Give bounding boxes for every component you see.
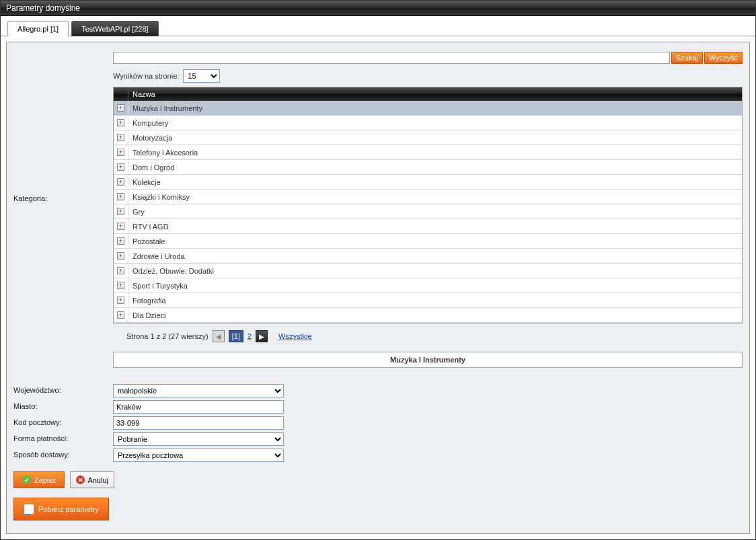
check-icon: ✓ bbox=[22, 475, 31, 484]
postcode-input[interactable] bbox=[113, 416, 284, 430]
cancel-icon: ✕ bbox=[76, 475, 85, 484]
expand-icon[interactable]: + bbox=[117, 178, 124, 186]
pager: Strona 1 z 2 (27 wierszy) ◀ [1] 2 ▶ Wszy… bbox=[113, 323, 743, 346]
pager-prev-button[interactable]: ◀ bbox=[213, 330, 225, 342]
city-input[interactable] bbox=[113, 400, 284, 414]
expand-icon[interactable]: + bbox=[117, 237, 124, 245]
tab-testwebapi[interactable]: TestWebAPI.pl [228] bbox=[71, 21, 158, 36]
category-name: Kolekcje bbox=[128, 178, 161, 186]
category-row-item[interactable]: +Motoryzacja bbox=[114, 130, 742, 145]
city-label: Miasto: bbox=[13, 400, 113, 410]
category-label: Kategoria: bbox=[13, 87, 113, 202]
expand-icon[interactable]: + bbox=[117, 119, 124, 126]
category-row-item[interactable]: +Telefony i Akcesoria bbox=[114, 145, 742, 160]
expand-icon[interactable]: + bbox=[117, 134, 124, 141]
category-grid: Nazwa +Muzyka i Instrumenty+Komputery+Mo… bbox=[113, 87, 743, 323]
category-row-item[interactable]: +RTV i AGD bbox=[114, 219, 742, 234]
tab-strip: Allegro.pl [1] TestWebAPI.pl [228] bbox=[1, 16, 755, 36]
expand-icon[interactable]: + bbox=[117, 311, 124, 319]
pager-page-1[interactable]: [1] bbox=[229, 330, 243, 342]
grid-header: Nazwa bbox=[114, 87, 742, 101]
pager-summary: Strona 1 z 2 (27 wierszy) bbox=[126, 332, 209, 340]
expand-icon[interactable]: + bbox=[117, 193, 124, 200]
document-icon bbox=[24, 504, 34, 514]
tab-allegro[interactable]: Allegro.pl [1] bbox=[7, 21, 69, 36]
category-name: Dla Dzieci bbox=[128, 311, 166, 319]
pager-all-link[interactable]: Wszystkie bbox=[278, 332, 312, 340]
expand-icon[interactable]: + bbox=[117, 297, 124, 304]
category-row-item[interactable]: +Gry bbox=[114, 204, 742, 219]
clear-button[interactable]: Wyczyść bbox=[704, 52, 743, 64]
cancel-button[interactable]: ✕ Anuluj bbox=[70, 471, 114, 488]
category-row: Kategoria: Nazwa +Muzyka i Instrumenty+K… bbox=[13, 87, 743, 380]
window-title: Parametry domyślne bbox=[1, 1, 755, 16]
results-per-page-label: Wyników na stronie: bbox=[113, 72, 179, 80]
search-row: Szukaj Wyczyść bbox=[113, 52, 743, 64]
category-row-item[interactable]: +Dom i Ogród bbox=[114, 160, 742, 175]
category-name: Książki i Komiksy bbox=[128, 193, 190, 201]
category-row-item[interactable]: +Pozostałe bbox=[114, 234, 742, 249]
download-parameters-button[interactable]: Pobierz parametry bbox=[13, 498, 109, 520]
category-row-item[interactable]: +Muzyka i Instrumenty bbox=[114, 101, 742, 116]
search-button[interactable]: Szukaj bbox=[671, 52, 703, 64]
category-row-item[interactable]: +Fotografia bbox=[114, 293, 742, 308]
download-button-label: Pobierz parametry bbox=[38, 505, 99, 513]
delivery-select[interactable]: Przesyłka pocztowa bbox=[113, 449, 284, 462]
category-name: Muzyka i Instrumenty bbox=[128, 104, 202, 112]
results-per-page-row: Wyników na stronie: 15 bbox=[113, 69, 743, 83]
category-name: Motoryzacja bbox=[128, 134, 172, 142]
postcode-label: Kod pocztowy: bbox=[13, 416, 113, 426]
province-select[interactable]: małopolskie bbox=[113, 384, 284, 397]
expand-icon[interactable]: + bbox=[117, 163, 124, 171]
payment-label: Forma płatności: bbox=[13, 432, 113, 442]
pager-next-button[interactable]: ▶ bbox=[256, 330, 268, 342]
category-name: Gry bbox=[128, 208, 145, 216]
cancel-button-label: Anuluj bbox=[87, 476, 108, 484]
expand-icon[interactable]: + bbox=[117, 252, 124, 260]
results-per-page-select[interactable]: 15 bbox=[183, 69, 220, 83]
expand-icon[interactable]: + bbox=[117, 223, 124, 230]
delivery-label: Sposób dostawy: bbox=[13, 449, 113, 459]
category-row-item[interactable]: +Komputery bbox=[114, 116, 742, 130]
save-button[interactable]: ✓ Zapisz bbox=[13, 471, 65, 488]
category-name: Telefony i Akcesoria bbox=[128, 149, 198, 157]
save-button-label: Zapisz bbox=[34, 476, 56, 484]
expand-icon[interactable]: + bbox=[117, 149, 124, 156]
expand-icon[interactable]: + bbox=[117, 282, 124, 289]
category-row-item[interactable]: +Książki i Komiksy bbox=[114, 190, 742, 204]
category-row-item[interactable]: +Zdrowie i Uroda bbox=[114, 249, 742, 264]
expand-icon[interactable]: + bbox=[117, 208, 124, 215]
category-row-item[interactable]: +Odzież, Obuwie, Dodatki bbox=[114, 264, 742, 278]
pager-page-2[interactable]: 2 bbox=[248, 332, 252, 340]
category-name: Fotografia bbox=[128, 297, 166, 305]
window: Parametry domyślne Allegro.pl [1] TestWe… bbox=[0, 0, 756, 540]
category-name: Sport i Turystyka bbox=[128, 282, 188, 290]
expand-icon[interactable]: + bbox=[117, 267, 124, 274]
payment-select[interactable]: Pobranie bbox=[113, 432, 284, 446]
main-panel: Szukaj Wyczyść Wyników na stronie: 15 Ka… bbox=[6, 42, 750, 534]
category-name: Odzież, Obuwie, Dodatki bbox=[128, 267, 214, 275]
category-row-item[interactable]: +Kolekcje bbox=[114, 175, 742, 190]
category-name: Pozostałe bbox=[128, 237, 165, 245]
action-row: ✓ Zapisz ✕ Anuluj bbox=[13, 471, 743, 488]
category-row-item[interactable]: +Sport i Turystyka bbox=[114, 278, 742, 293]
address-form: Województwo: małopolskie Miasto: Kod poc… bbox=[13, 384, 743, 462]
category-name: Zdrowie i Uroda bbox=[128, 252, 185, 260]
selected-category: Muzyka i Instrumenty bbox=[113, 352, 743, 368]
category-row-item[interactable]: +Dla Dzieci bbox=[114, 308, 742, 323]
expand-icon[interactable]: + bbox=[117, 104, 124, 112]
search-input[interactable] bbox=[113, 52, 670, 64]
category-name: Komputery bbox=[128, 119, 168, 127]
grid-header-name: Nazwa bbox=[128, 90, 155, 98]
province-label: Województwo: bbox=[13, 384, 113, 394]
category-name: Dom i Ogród bbox=[128, 163, 174, 171]
download-row: Pobierz parametry bbox=[13, 498, 743, 520]
category-name: RTV i AGD bbox=[128, 223, 169, 231]
